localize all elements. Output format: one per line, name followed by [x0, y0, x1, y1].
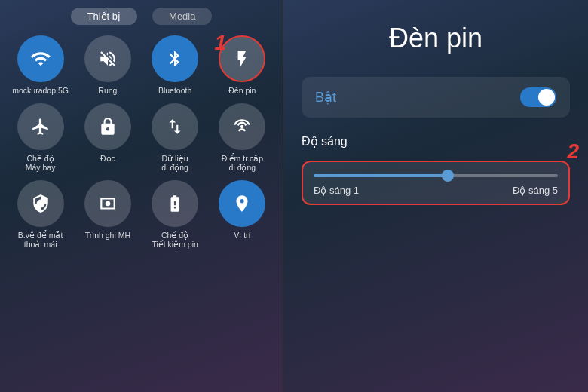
brightness-slider-track [314, 174, 558, 177]
badge-2: 2 [567, 139, 579, 164]
tile-location[interactable]: Vị trí [213, 180, 272, 250]
brightness-section: Độ sáng 2 Độ sáng 1 Độ sáng 5 [302, 134, 570, 205]
tile-battery-saver[interactable]: Chế độTiết kiệm pin [145, 180, 205, 250]
flashlight-title: Đèn pin [302, 23, 570, 54]
tile-wifi[interactable]: mockuradop 5G [11, 35, 70, 96]
tile-screen-record[interactable]: Trình ghi MH [78, 180, 137, 250]
slider-fill [314, 174, 448, 177]
slider-container: 2 Độ sáng 1 Độ sáng 5 [302, 161, 570, 205]
doc-icon [84, 103, 131, 150]
location-label: Vị trí [234, 231, 250, 240]
tile-hotspot[interactable]: Điểm tr.cấpdi động [213, 103, 272, 173]
airplane-icon [17, 103, 64, 150]
quick-settings-grid: mockuradop 5G Rung Bluetooth 1 Đèn pin [8, 35, 275, 250]
slider-labels: Độ sáng 1 Độ sáng 5 [314, 185, 558, 196]
doc-label: Đọc [100, 154, 115, 164]
sound-label: Rung [98, 86, 117, 96]
flashlight-icon: 1 [219, 35, 265, 82]
slider-thumb[interactable] [442, 170, 454, 182]
bat-toggle[interactable] [520, 87, 556, 107]
tile-screen-protect[interactable]: B.vệ để mắtthoải mái [11, 180, 70, 250]
bluetooth-label: Bluetooth [158, 86, 191, 96]
battery-label: Chế độTiết kiệm pin [152, 231, 198, 250]
screen-protect-icon [17, 180, 64, 227]
tab-media[interactable]: Media [152, 8, 212, 25]
flashlight-label: Đèn pin [228, 86, 256, 96]
tile-airplane[interactable]: Chế độMáy bay [11, 103, 70, 173]
data-label: Dữ liệudi động [161, 154, 188, 173]
left-panel: Thiết bị Media mockuradop 5G Rung Blueto… [0, 0, 283, 392]
tile-flashlight[interactable]: 1 Đèn pin [213, 35, 272, 96]
airplane-label: Chế độMáy bay [26, 154, 56, 173]
tile-sound[interactable]: Rung [78, 35, 137, 96]
screen-protect-label: B.vệ để mắtthoải mái [18, 231, 63, 250]
wifi-icon [17, 35, 64, 82]
brightness-max-label: Độ sáng 5 [513, 185, 558, 196]
bluetooth-icon [152, 35, 198, 82]
hotspot-label: Điểm tr.cấpdi động [222, 154, 263, 173]
hotspot-icon [219, 103, 265, 150]
battery-icon [152, 180, 198, 227]
tab-device[interactable]: Thiết bị [71, 8, 138, 25]
toggle-row: Bật [302, 77, 570, 118]
svg-point-1 [106, 201, 111, 207]
tile-bluetooth[interactable]: Bluetooth [145, 35, 205, 96]
right-panel: Đèn pin Bật Độ sáng 2 Độ sáng 1 Độ sáng … [283, 0, 588, 392]
tabs-bar: Thiết bị Media [8, 8, 275, 25]
sound-icon [84, 35, 131, 82]
data-icon [152, 103, 198, 150]
tile-data[interactable]: Dữ liệudi động [145, 103, 205, 173]
brightness-min-label: Độ sáng 1 [314, 185, 359, 196]
screen-record-icon [84, 180, 131, 227]
screen-record-label: Trình ghi MH [85, 231, 130, 240]
toggle-label: Bật [315, 89, 336, 106]
tile-doc[interactable]: Đọc [78, 103, 137, 173]
brightness-title: Độ sáng [302, 134, 570, 149]
wifi-label: mockuradop 5G [12, 86, 69, 96]
location-icon [219, 180, 265, 227]
badge-1: 1 [214, 31, 226, 55]
